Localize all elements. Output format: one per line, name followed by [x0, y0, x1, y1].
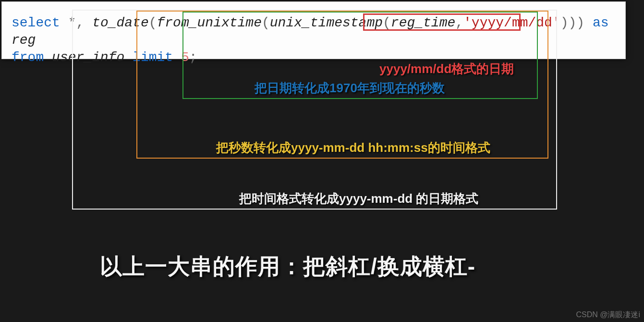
- id-user-info: user_info: [52, 50, 124, 65]
- rp3: ))): [560, 15, 584, 30]
- code-line-1: select *, to_date(from_unixtime(unix_tim…: [12, 14, 625, 49]
- annotation-red: yyyy/mm/dd格式的日期: [379, 61, 514, 77]
- kw-from: from: [12, 50, 44, 65]
- summary-title: 以上一大串的作用：把斜杠/换成横杠-: [100, 252, 475, 282]
- annotation-white: 把时间格式转化成yyyy-mm-dd 的日期格式: [239, 190, 478, 207]
- op-semi: ;: [189, 50, 197, 65]
- kw-select: select: [12, 15, 60, 30]
- lp3: (: [383, 15, 391, 30]
- watermark: CSDN @满眼凄迷i: [576, 310, 640, 320]
- kw-limit: limit: [133, 50, 173, 65]
- code-line-2: from user_info limit 5;: [12, 49, 625, 66]
- annotation-blue: 把日期转化成1970年到现在的秒数: [255, 80, 445, 97]
- fn-from-unixtime: from_unixtime: [157, 15, 262, 30]
- num-five: 5: [181, 50, 189, 65]
- str-fmt: 'yyyy/mm/dd': [463, 15, 560, 30]
- sql-code-box: select *, to_date(from_unixtime(unix_tim…: [1, 1, 626, 59]
- lp1: (: [149, 15, 157, 30]
- id-reg-time: reg_time: [391, 15, 455, 30]
- op-comma: ,: [76, 15, 84, 30]
- id-reg: reg: [12, 33, 36, 48]
- annotation-yellow: 把秒数转化成yyyy-mm-dd hh:mm:ss的时间格式: [216, 139, 490, 156]
- fn-to-date: to_date: [92, 15, 149, 30]
- op-star: *: [68, 15, 76, 30]
- fn-unix-timestamp: unix_timestamp: [270, 15, 383, 30]
- kw-as: as: [593, 15, 609, 30]
- lp2: (: [262, 15, 270, 30]
- op-comma2: ,: [455, 15, 463, 30]
